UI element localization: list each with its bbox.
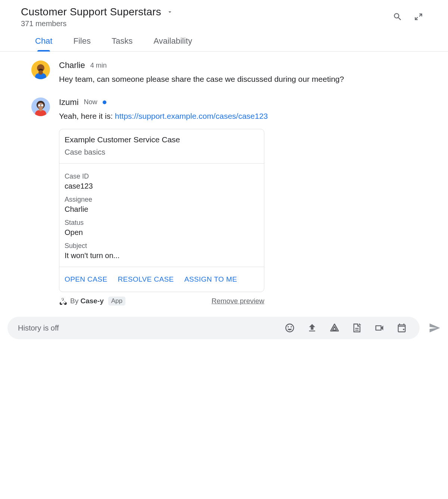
timestamp: Now [84,98,97,106]
message-text-prefix: Yeah, here it is: [59,112,115,120]
svg-point-10 [39,108,43,111]
tab-tasks[interactable]: Tasks [112,36,133,51]
assign-to-me-button[interactable]: ASSIGN TO ME [184,275,237,283]
link-preview-card: Example Customer Service Case Case basic… [59,129,264,292]
open-case-button[interactable]: OPEN CASE [65,275,107,283]
app-name: Case-y [80,297,103,305]
svg-point-3 [38,70,43,75]
preview-by-label: By Case-y [70,297,104,305]
tab-availability[interactable]: Availability [153,36,192,51]
field-value: case123 [65,182,259,190]
collapse-icon[interactable] [414,12,423,22]
field-value: Open [65,228,259,237]
calendar-icon[interactable] [396,323,407,333]
webhook-icon [59,297,67,305]
send-icon[interactable] [429,322,441,334]
message-text: Hey team, can someone please share the c… [59,73,388,86]
svg-point-7 [38,104,41,106]
avatar [31,97,50,116]
dropdown-icon[interactable] [167,9,173,15]
tab-bar: Chat Files Tasks Availability [0,28,448,52]
video-icon[interactable] [374,323,385,333]
upload-icon[interactable] [307,323,317,333]
room-title-row[interactable]: Customer Support Superstars [21,6,393,18]
message-text: Yeah, here it is: https://support.exampl… [59,110,388,123]
member-count: 371 members [21,19,393,28]
avatar [31,61,50,79]
remove-preview-link[interactable]: Remove preview [212,297,265,305]
field-label: Subject [65,242,259,250]
field-label: Assignee [65,196,259,204]
app-chip: App [108,297,125,306]
drive-icon[interactable] [329,323,340,333]
room-title: Customer Support Superstars [21,6,161,18]
message-input[interactable]: History is off [7,317,420,339]
card-subtitle: Case basics [65,148,259,156]
field-value: Charlie [65,205,259,214]
message: Charlie 4 min Hey team, can someone plea… [31,61,427,86]
sender-name: Izumi [59,97,79,107]
composer-placeholder: History is off [18,324,284,332]
field-value: It won't turn on... [65,251,259,260]
case-link[interactable]: https://support.example.com/cases/case12… [115,112,268,120]
field-label: Case ID [65,173,259,180]
unread-dot-icon [103,100,106,104]
emoji-icon[interactable] [284,323,295,333]
timestamp: 4 min [90,62,107,69]
message: Izumi Now Yeah, here it is: https://supp… [31,97,427,306]
svg-point-8 [41,104,44,106]
tab-chat[interactable]: Chat [35,36,52,51]
search-icon[interactable] [393,12,402,22]
field-label: Status [65,219,259,227]
resolve-case-button[interactable]: RESOLVE CASE [118,275,174,283]
create-doc-icon[interactable] [352,323,362,333]
tab-files[interactable]: Files [73,36,90,51]
sender-name: Charlie [59,61,85,70]
card-title: Example Customer Service Case [65,135,259,144]
